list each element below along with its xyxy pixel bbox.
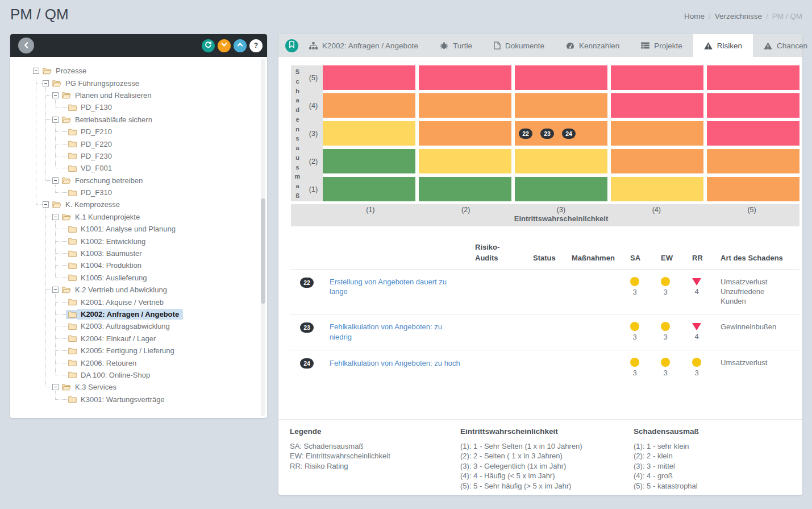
tree-item[interactable]: PD_F130 <box>27 101 267 113</box>
tree-item-label: Planen und Realisieren <box>75 91 151 100</box>
matrix-cell[interactable] <box>323 149 415 173</box>
tree-item[interactable]: Planen und Realisieren <box>27 89 267 101</box>
y-axis-letter: ß <box>295 192 299 199</box>
tree-item[interactable]: K2005: Fertigung / Lieferung <box>27 345 267 357</box>
breadcrumb-verzeichnisse[interactable]: Verzeichnisse <box>715 12 762 20</box>
tree-item[interactable]: PD_F230 <box>27 150 267 162</box>
tab-chancen[interactable]: Chancen <box>753 34 812 57</box>
matrix-cell[interactable] <box>515 177 607 201</box>
tree-item[interactable]: K.3 Services <box>27 381 267 393</box>
collapse-toggle-icon[interactable] <box>43 80 49 86</box>
tree-item[interactable]: DA 100: Online-Shop <box>27 369 267 381</box>
tree-item[interactable]: PD_F210 <box>27 126 267 138</box>
collapse-toggle-icon[interactable] <box>52 177 59 184</box>
matrix-cell[interactable] <box>419 93 511 118</box>
risk-badge[interactable]: 23 <box>300 322 314 333</box>
matrix-cell[interactable] <box>611 93 703 118</box>
tab-k2002-anfragen-angebote[interactable]: K2002: Anfragen / Angebote <box>298 34 429 57</box>
collapse-toggle-icon[interactable] <box>43 201 49 208</box>
tree-item[interactable]: K3001: Wartungsverträge <box>27 394 267 405</box>
tree-item[interactable]: K1003: Baumuster <box>27 247 267 259</box>
matrix-cell[interactable] <box>611 177 703 201</box>
matrix-cell[interactable] <box>707 177 799 201</box>
tab-risiken[interactable]: Risiken <box>693 34 753 57</box>
tree-item[interactable]: Betriebsabläufe sichern <box>27 114 267 126</box>
rating-dot <box>661 322 670 331</box>
matrix-cell[interactable] <box>515 93 607 118</box>
folder-open-icon <box>62 116 71 123</box>
collapse-toggle-icon[interactable] <box>52 92 59 98</box>
tree-item[interactable]: K. Kernprozesse <box>27 198 267 210</box>
tree-item-label: K2004: Einkauf / Lager <box>81 334 156 343</box>
risk-badge[interactable]: 23 <box>540 129 554 139</box>
matrix-cell[interactable]: 222324 <box>515 121 607 146</box>
collapse-toggle-icon[interactable] <box>52 384 59 390</box>
tab-projekte[interactable]: Projekte <box>630 34 693 57</box>
tree-item[interactable]: K.1 Kundenprojekte <box>27 211 267 223</box>
matrix-cell[interactable] <box>323 93 415 118</box>
tree-item[interactable]: Prozesse <box>27 65 267 77</box>
matrix-cell[interactable] <box>611 121 703 146</box>
bookmark-button[interactable] <box>285 39 298 52</box>
matrix-cell[interactable] <box>707 121 799 146</box>
matrix-cell[interactable] <box>707 93 799 118</box>
tree-item[interactable]: K2001: Akquise / Vertrieb <box>27 296 267 308</box>
risk-badge[interactable]: 24 <box>300 358 314 369</box>
damage-type-cell: Gewinneinbußen <box>721 322 782 332</box>
help-button[interactable]: ? <box>249 39 263 52</box>
matrix-cell[interactable] <box>419 65 511 90</box>
breadcrumb-home[interactable]: Home <box>684 12 705 20</box>
risk-title-link[interactable]: Erstellung von Angeboten dauert zu lange <box>330 277 447 297</box>
tree-item[interactable]: PD_F310 <box>27 187 267 198</box>
collapse-toggle-icon[interactable] <box>52 214 59 220</box>
tree-toolbar: ? <box>10 34 267 57</box>
tree-item[interactable]: PD_F220 <box>27 138 267 150</box>
legend-line: (2): 2 - Selten ( 1 x in 3 Jahren) <box>460 451 634 461</box>
back-button[interactable] <box>18 38 34 53</box>
risk-title-link[interactable]: Fehlkalkulation von Angeboten: zu niedri… <box>330 322 442 342</box>
table-row: 24Fehlkalkulation von Angeboten: zu hoch… <box>290 350 799 385</box>
tree-item[interactable]: PG Führungsprozesse <box>27 77 267 89</box>
tab-turtle[interactable]: Turtle <box>429 34 483 57</box>
risk-badge[interactable]: 24 <box>562 129 576 139</box>
tree-item[interactable]: K2004: Einkauf / Lager <box>27 333 267 345</box>
tree-item[interactable]: K.2 Vertrieb und Abwicklung <box>27 284 267 296</box>
tree-item[interactable]: Forschung betreiben <box>27 175 267 187</box>
matrix-cell[interactable] <box>419 149 511 173</box>
matrix-cell[interactable] <box>323 121 415 146</box>
tree-connector <box>45 289 52 290</box>
matrix-cell[interactable] <box>323 177 415 201</box>
matrix-cell[interactable] <box>611 149 703 173</box>
collapse-toggle-icon[interactable] <box>52 117 59 123</box>
matrix-y-axis-label: Schadensausmaß <box>291 65 304 201</box>
refresh-button[interactable] <box>202 39 215 52</box>
matrix-cell[interactable] <box>419 177 511 201</box>
tree-item[interactable]: K1004: Produktion <box>27 259 267 271</box>
risk-badge[interactable]: 22 <box>519 129 532 139</box>
matrix-cell[interactable] <box>419 121 511 146</box>
matrix-cell[interactable] <box>707 149 799 173</box>
tree-item[interactable]: K2006: Retouren <box>27 357 267 369</box>
matrix-cell[interactable] <box>323 65 415 90</box>
column-header: EW <box>661 253 692 264</box>
chevron-down-icon <box>221 42 227 49</box>
tree-item[interactable]: K1001: Analyse und Planung <box>27 223 267 235</box>
tab-kennzahlen[interactable]: Kennzahlen <box>555 34 630 57</box>
tree-item[interactable]: K1002: Entwicklung <box>27 235 267 247</box>
tree-item-selected[interactable]: K2002: Anfragen / Angebote <box>27 308 267 320</box>
tree-item[interactable]: VD_F001 <box>27 162 267 174</box>
tree-connector <box>55 168 68 168</box>
matrix-cell[interactable] <box>515 65 607 90</box>
matrix-cell[interactable] <box>515 149 607 173</box>
risk-title-link[interactable]: Fehlkalkulation von Angeboten: zu hoch <box>330 358 460 369</box>
tab-dokumente[interactable]: Dokumente <box>483 34 555 57</box>
matrix-cell[interactable] <box>611 65 703 90</box>
collapse-toggle-icon[interactable] <box>52 287 59 293</box>
tree-item[interactable]: K2003: Auftragsabwicklung <box>27 320 267 332</box>
risk-badge[interactable]: 22 <box>300 278 314 288</box>
matrix-cell[interactable] <box>707 65 799 90</box>
collapse-all-button[interactable] <box>218 39 231 52</box>
expand-all-button[interactable] <box>234 39 247 52</box>
collapse-toggle-icon[interactable] <box>33 68 39 74</box>
tree-item[interactable]: K1005: Auslieferung <box>27 272 267 284</box>
